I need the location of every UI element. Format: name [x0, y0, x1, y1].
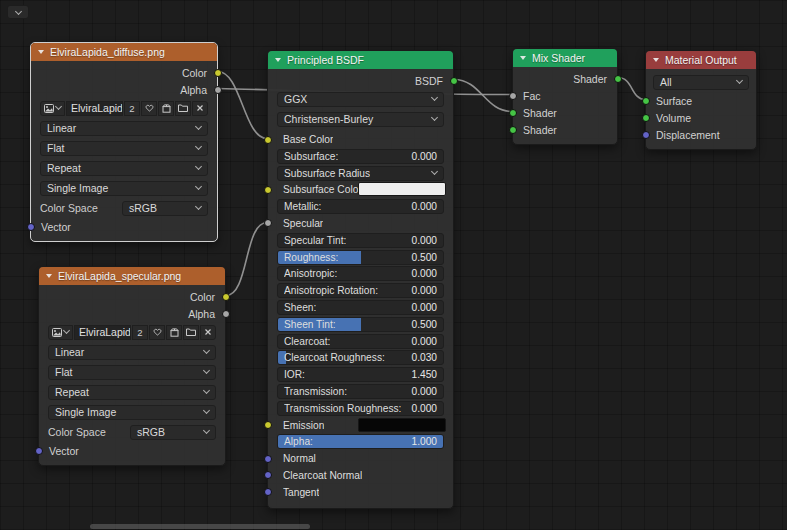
socket-shader-output[interactable]: [614, 75, 622, 83]
socket-shader-1[interactable]: [509, 109, 517, 117]
chevron-down-icon: [63, 327, 70, 334]
node-header-specular[interactable]: ElviraLapida_specular.png: [39, 267, 225, 285]
socket-color-output[interactable]: [214, 69, 222, 77]
node-header-principled[interactable]: Principled BSDF: [268, 51, 453, 69]
socket-emission[interactable]: [264, 421, 272, 429]
slider-transmission-roughness[interactable]: Transmission Roughness: 0.000: [277, 401, 444, 416]
node-principled-bsdf[interactable]: Principled BSDF BSDF GGX Christensen-Bur…: [267, 50, 454, 509]
extension-dropdown[interactable]: Repeat: [40, 161, 208, 176]
input-row-volume: Volume: [646, 109, 756, 126]
socket-surface[interactable]: [642, 97, 650, 105]
slider-anisotropic[interactable]: Anisotropic: 0.000: [277, 266, 444, 281]
slider-sheen-tint[interactable]: Sheen Tint: 0.500: [277, 317, 444, 332]
slider-metallic[interactable]: Metallic: 0.000: [277, 199, 444, 214]
fake-user-button[interactable]: [149, 325, 165, 340]
target-dropdown[interactable]: All: [653, 75, 749, 90]
image-name: ElviraLapida..: [79, 326, 131, 338]
slider-roughness[interactable]: Roughness: 0.500: [277, 250, 444, 265]
node-material-output[interactable]: Material Output All Surface Volume Displ…: [645, 50, 757, 150]
socket-tangent[interactable]: [264, 488, 272, 496]
socket-vector-input[interactable]: [27, 223, 35, 231]
socket-alpha-output[interactable]: [222, 310, 230, 318]
interpolation-dropdown[interactable]: Linear: [48, 345, 216, 360]
image-name-field[interactable]: ElviraLapida..: [66, 101, 123, 116]
node-header-mix[interactable]: Mix Shader: [513, 49, 617, 67]
close-icon: [204, 328, 212, 336]
unlink-image-button[interactable]: [192, 101, 208, 116]
node-image-texture-specular[interactable]: ElviraLapida_specular.png Color Alpha El…: [38, 266, 226, 466]
interpolation-dropdown[interactable]: Linear: [40, 121, 208, 136]
collapse-icon[interactable]: [275, 58, 281, 62]
socket-subsurface-color[interactable]: [264, 186, 272, 194]
socket-bsdf-output[interactable]: [450, 77, 458, 85]
socket-color-output[interactable]: [222, 293, 230, 301]
color-swatch[interactable]: [358, 182, 446, 196]
socket-alpha-output[interactable]: [214, 86, 222, 94]
source-value: Single Image: [47, 182, 108, 194]
image-browse-button[interactable]: [40, 101, 65, 116]
interpolation-value: Linear: [55, 346, 84, 358]
color-space-dropdown[interactable]: sRGB: [122, 201, 208, 216]
socket-volume[interactable]: [642, 114, 650, 122]
slider-sheen[interactable]: Sheen: 0.000: [277, 300, 444, 315]
image-datablock-row: ElviraLapida.. 2: [39, 322, 225, 342]
node-image-texture-diffuse[interactable]: ElviraLapida_diffuse.png Color Alpha Elv…: [30, 42, 218, 242]
image-name-field[interactable]: ElviraLapida..: [74, 325, 131, 340]
input-row-tangent: Tangent: [277, 485, 444, 500]
open-image-button[interactable]: [183, 325, 199, 340]
color-swatch[interactable]: [358, 418, 446, 432]
node-mix-shader[interactable]: Mix Shader Shader Fac Shader Shader: [512, 48, 618, 145]
slider-specular-tint[interactable]: Specular Tint: 0.000: [277, 233, 444, 248]
extension-dropdown[interactable]: Repeat: [48, 385, 216, 400]
slider-alpha[interactable]: Alpha: 1.000: [277, 434, 444, 449]
output-label: Alpha: [188, 308, 215, 320]
node-header-output[interactable]: Material Output: [646, 51, 756, 69]
socket-displacement[interactable]: [642, 131, 650, 139]
slider-anisotropic-rotation[interactable]: Anisotropic Rotation: 0.000: [277, 283, 444, 298]
distribution-dropdown[interactable]: GGX: [277, 92, 444, 107]
socket-vector-input[interactable]: [35, 447, 43, 455]
open-image-button[interactable]: [175, 101, 191, 116]
target-value: All: [660, 76, 672, 88]
slider-transmission[interactable]: Transmission: 0.000: [277, 384, 444, 399]
socket-shader-2[interactable]: [509, 126, 517, 134]
node-header-diffuse[interactable]: ElviraLapida_diffuse.png: [31, 43, 217, 61]
socket-clearcoat-normal[interactable]: [264, 471, 272, 479]
slider-subsurface[interactable]: Subsurface: 0.000: [277, 149, 444, 164]
subsurface-method-dropdown[interactable]: Christensen-Burley: [277, 112, 444, 127]
source-dropdown[interactable]: Single Image: [48, 405, 216, 420]
pack-image-button[interactable]: [166, 325, 182, 340]
fake-user-button[interactable]: [141, 101, 157, 116]
unlink-image-button[interactable]: [200, 325, 216, 340]
image-browse-button[interactable]: [48, 325, 73, 340]
collapse-icon[interactable]: [46, 274, 52, 278]
collapse-icon[interactable]: [520, 56, 526, 60]
number-ior[interactable]: IOR: 1.450: [277, 367, 444, 382]
slider-clearcoat[interactable]: Clearcoat: 0.000: [277, 334, 444, 349]
image-users-count-button[interactable]: 2: [132, 325, 148, 340]
horizontal-scrollbar[interactable]: [90, 524, 310, 529]
projection-dropdown[interactable]: Flat: [40, 141, 208, 156]
slider-clearcoat-roughness[interactable]: Clearcoat Roughness: 0.030: [277, 350, 444, 365]
collapse-icon[interactable]: [653, 58, 659, 62]
input-row-shader-2: Shader: [513, 121, 617, 138]
image-users-count-button[interactable]: 2: [124, 101, 140, 116]
color-space-value: sRGB: [137, 426, 165, 438]
socket-specular[interactable]: [264, 219, 272, 227]
socket-normal[interactable]: [264, 455, 272, 463]
node-editor-canvas[interactable]: ElviraLapida_diffuse.png Color Alpha Elv…: [0, 0, 787, 530]
node-title: Mix Shader: [532, 52, 585, 64]
collapse-icon[interactable]: [38, 50, 44, 54]
color-space-dropdown[interactable]: sRGB: [130, 425, 216, 440]
socket-base-color[interactable]: [264, 136, 272, 144]
editor-corner-button[interactable]: [7, 5, 29, 19]
subsurface-color-field[interactable]: Subsurface Color: [277, 182, 444, 197]
subsurface-method-value: Christensen-Burley: [284, 113, 373, 125]
package-icon: [162, 104, 171, 113]
emission-color-field[interactable]: Emission: [277, 418, 444, 433]
source-dropdown[interactable]: Single Image: [40, 181, 208, 196]
socket-fac[interactable]: [509, 92, 517, 100]
pack-image-button[interactable]: [158, 101, 174, 116]
projection-dropdown[interactable]: Flat: [48, 365, 216, 380]
subsurface-radius-dropdown[interactable]: Subsurface Radius: [277, 166, 444, 181]
